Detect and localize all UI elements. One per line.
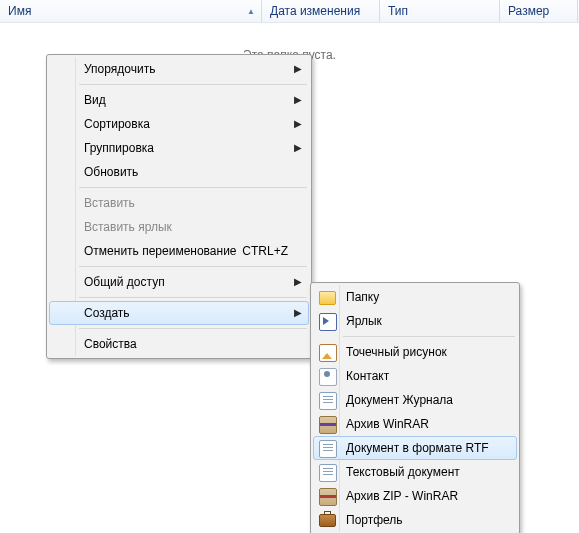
submenu-rtf[interactable]: Документ в формате RTF — [313, 436, 517, 460]
menu-view[interactable]: Вид ▶ — [49, 88, 309, 112]
menu-label: Архив ZIP - WinRAR — [346, 489, 458, 503]
menu-separator — [79, 297, 307, 298]
submenu-arrow-icon: ▶ — [294, 271, 302, 293]
submenu-arrow-icon: ▶ — [294, 137, 302, 159]
submenu-zip[interactable]: Архив ZIP - WinRAR — [313, 484, 517, 508]
menu-arrange[interactable]: Упорядочить ▶ — [49, 57, 309, 81]
menu-label: Общий доступ — [84, 275, 165, 289]
submenu-txt[interactable]: Текстовый документ — [313, 460, 517, 484]
submenu-journal[interactable]: Документ Журнала — [313, 388, 517, 412]
column-date[interactable]: Дата изменения — [262, 0, 380, 22]
submenu-arrow-icon: ▶ — [294, 89, 302, 111]
zip-icon — [319, 488, 337, 506]
menu-label: Текстовый документ — [346, 465, 460, 479]
menu-separator — [79, 266, 307, 267]
menu-shortcut: CTRL+Z — [242, 240, 288, 262]
menu-label: Создать — [84, 306, 130, 320]
menu-label: Ярлык — [346, 314, 382, 328]
bitmap-icon — [319, 344, 337, 362]
submenu-folder[interactable]: Папку — [313, 285, 517, 309]
submenu-bitmap[interactable]: Точечный рисунок — [313, 340, 517, 364]
shortcut-icon — [319, 313, 337, 331]
menu-label: Контакт — [346, 369, 389, 383]
column-size[interactable]: Размер — [500, 0, 578, 22]
explorer-header: Имя ▲ Дата изменения Тип Размер — [0, 0, 579, 23]
menu-properties[interactable]: Свойства — [49, 332, 309, 356]
menu-label: Группировка — [84, 141, 154, 155]
column-label: Имя — [8, 4, 31, 18]
rtf-icon — [319, 440, 337, 458]
menu-paste-shortcut: Вставить ярлык — [49, 215, 309, 239]
menu-new[interactable]: Создать ▶ — [49, 301, 309, 325]
menu-label: Отменить переименование — [84, 244, 237, 258]
menu-label: Документ в формате RTF — [346, 441, 489, 455]
menu-label: Упорядочить — [84, 62, 155, 76]
submenu-rar[interactable]: Архив WinRAR — [313, 412, 517, 436]
menu-refresh[interactable]: Обновить — [49, 160, 309, 184]
menu-undo-rename[interactable]: Отменить переименование CTRL+Z — [49, 239, 309, 263]
menu-paste: Вставить — [49, 191, 309, 215]
menu-separator — [79, 187, 307, 188]
folder-icon — [319, 291, 336, 305]
submenu-shortcut[interactable]: Ярлык — [313, 309, 517, 333]
context-menu: Упорядочить ▶ Вид ▶ Сортировка ▶ Группир… — [46, 54, 312, 359]
column-name[interactable]: Имя ▲ — [0, 0, 262, 22]
menu-label: Вид — [84, 93, 106, 107]
menu-separator — [343, 336, 515, 337]
menu-label: Документ Журнала — [346, 393, 453, 407]
menu-label: Вставить — [84, 196, 135, 210]
submenu-arrow-icon: ▶ — [294, 302, 302, 324]
txt-icon — [319, 464, 337, 482]
menu-label: Архив WinRAR — [346, 417, 429, 431]
menu-label: Портфель — [346, 513, 403, 527]
sort-arrow-icon: ▲ — [247, 1, 255, 23]
menu-label: Вставить ярлык — [84, 220, 172, 234]
contact-icon — [319, 368, 337, 386]
menu-group[interactable]: Группировка ▶ — [49, 136, 309, 160]
menu-label: Точечный рисунок — [346, 345, 447, 359]
column-label: Дата изменения — [270, 4, 360, 18]
column-label: Размер — [508, 4, 549, 18]
column-label: Тип — [388, 4, 408, 18]
menu-label: Свойства — [84, 337, 137, 351]
submenu-contact[interactable]: Контакт — [313, 364, 517, 388]
journal-icon — [319, 392, 337, 410]
menu-label: Сортировка — [84, 117, 150, 131]
menu-sort[interactable]: Сортировка ▶ — [49, 112, 309, 136]
menu-label: Обновить — [84, 165, 138, 179]
menu-label: Папку — [346, 290, 379, 304]
submenu-arrow-icon: ▶ — [294, 58, 302, 80]
rar-icon — [319, 416, 337, 434]
briefcase-icon — [319, 514, 336, 527]
submenu-arrow-icon: ▶ — [294, 113, 302, 135]
submenu-briefcase[interactable]: Портфель — [313, 508, 517, 532]
menu-separator — [79, 328, 307, 329]
menu-separator — [79, 84, 307, 85]
column-type[interactable]: Тип — [380, 0, 500, 22]
new-submenu: Папку Ярлык Точечный рисунок Контакт Док… — [310, 282, 520, 533]
menu-share[interactable]: Общий доступ ▶ — [49, 270, 309, 294]
